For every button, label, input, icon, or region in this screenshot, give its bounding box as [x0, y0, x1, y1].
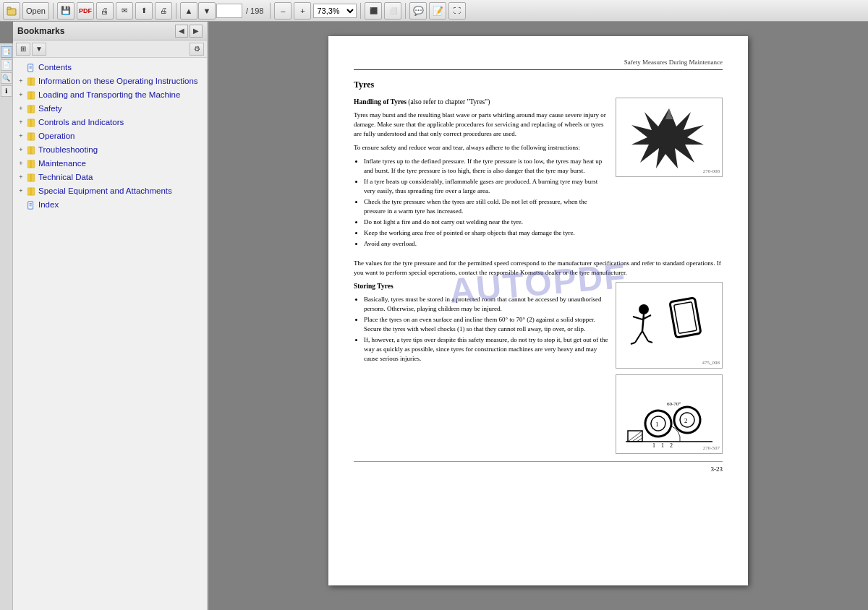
- handling-para2: To ensure safety and reduce wear and tea…: [354, 143, 608, 152]
- export-button[interactable]: ⬆: [135, 2, 153, 20]
- book-icon: [26, 77, 36, 87]
- person-tyre-svg: [622, 289, 716, 361]
- bullet-3: Check the tyre pressure when the tyres a…: [364, 197, 608, 216]
- explosion-svg: [626, 105, 712, 170]
- zoom-out-button[interactable]: –: [274, 2, 292, 20]
- bookmarks-panel: Bookmarks ◀ ▶ ⊞ ▼ ⚙ Conte: [13, 22, 208, 610]
- fullscreen-button[interactable]: ⛶: [448, 2, 466, 20]
- vtab-search[interactable]: 🔍: [1, 72, 12, 84]
- svg-rect-23: [31, 188, 32, 195]
- svg-rect-13: [31, 119, 32, 126]
- main-layout: 📑 📄 🔍 ℹ Bookmarks ◀ ▶ ⊞ ▼ ⚙: [0, 22, 868, 610]
- expand-button[interactable]: ▶: [190, 25, 203, 38]
- subsection1-title: Handling of Tyres (also refer to chapter…: [354, 98, 608, 107]
- bookmarks-toolbar: ⊞ ▼ ⚙: [13, 40, 207, 58]
- svg-rect-17: [31, 147, 32, 154]
- storing-bullet-2: Place the tyres on an even surface and i…: [364, 315, 608, 334]
- bookmark-label: Safety: [38, 103, 204, 114]
- svg-line-36: [635, 331, 642, 343]
- book-icon: [26, 145, 36, 155]
- page-input[interactable]: 49: [216, 4, 242, 18]
- bookmark-loading[interactable]: + Loading and Transporting the Machine: [13, 88, 207, 102]
- bullet-1: Inflate tyres up to the defined pressure…: [364, 157, 608, 176]
- bookmarks-header: Bookmarks ◀ ▶: [13, 22, 207, 40]
- page-footer: 3-23: [354, 461, 723, 474]
- separator: [53, 3, 54, 19]
- tyres-handling-section: Handling of Tyres (also refer to chapter…: [354, 98, 723, 253]
- fit-page-button[interactable]: ⬛: [365, 2, 382, 20]
- bm-expand-all[interactable]: ⊞: [16, 43, 30, 56]
- svg-rect-2: [28, 64, 33, 72]
- vtab-info[interactable]: ℹ: [1, 85, 12, 97]
- svg-line-38: [631, 343, 635, 344]
- separator4: [360, 3, 361, 19]
- bookmark-special[interactable]: + Special Equipment and Attachments: [13, 184, 207, 198]
- separator5: [405, 3, 406, 19]
- book-icon: [26, 186, 36, 197]
- expand-icon: +: [16, 186, 26, 197]
- separator3: [270, 3, 271, 19]
- page-icon: [26, 63, 36, 73]
- print2-button[interactable]: 🖨: [155, 2, 172, 20]
- header-buttons: ◀ ▶: [175, 25, 203, 38]
- zoom-select[interactable]: 73,3% 50% 100% 150%: [313, 4, 357, 18]
- bm-settings[interactable]: ⚙: [190, 43, 204, 56]
- collapse-button[interactable]: ◀: [175, 25, 188, 38]
- bookmark-controls[interactable]: + Controls and Indicators: [13, 116, 207, 129]
- vtab-bookmarks[interactable]: 📑: [1, 46, 12, 58]
- bookmark-label: Controls and Indicators: [38, 117, 204, 128]
- open-label[interactable]: Open: [22, 2, 49, 20]
- open-button[interactable]: [3, 2, 20, 20]
- explosion-image: 270-008: [616, 98, 723, 177]
- bookmark-contents[interactable]: Contents: [13, 61, 207, 74]
- bookmark-label: Troubleshooting: [38, 145, 204, 155]
- bookmarks-title: Bookmarks: [17, 26, 64, 36]
- expand-icon: +: [16, 90, 26, 100]
- svg-text:2: 2: [670, 442, 673, 449]
- fit-width-button[interactable]: ⬜: [384, 2, 401, 20]
- tyre-angle-svg: 1 2 60-70° 1 1 2: [622, 380, 716, 449]
- content-area: AUTOPDF Safety Measures During Maintenan…: [208, 22, 868, 610]
- bookmark-label: Loading and Transporting the Machine: [38, 90, 204, 100]
- bookmark-troubleshooting[interactable]: + Troubleshooting: [13, 143, 207, 157]
- bookmark-index[interactable]: Index: [13, 198, 207, 212]
- save-button[interactable]: 💾: [57, 2, 75, 20]
- bookmark-label: Contents: [38, 62, 204, 73]
- expand-icon: [16, 63, 26, 73]
- svg-line-37: [642, 331, 648, 341]
- svg-text:1: 1: [655, 421, 659, 428]
- storing-section: Storing Tyres Basically, tyres must be s…: [354, 282, 723, 369]
- bookmark-technical[interactable]: + Technical Data: [13, 171, 207, 184]
- book-icon: [26, 173, 36, 183]
- book-icon: [26, 90, 36, 100]
- bookmark-label: Index: [38, 199, 204, 210]
- page-total: / 198: [246, 7, 263, 15]
- page-icon: [26, 200, 36, 210]
- email-button[interactable]: ✉: [116, 2, 133, 20]
- svg-rect-9: [31, 92, 32, 99]
- bookmark-maintenance[interactable]: + Maintenance: [13, 157, 207, 171]
- comment-button[interactable]: 💬: [409, 2, 427, 20]
- bookmark-label: Maintenance: [38, 158, 204, 169]
- pdf-button[interactable]: PDF: [77, 2, 94, 20]
- bookmark-label: Operation: [38, 131, 204, 142]
- bookmark-info[interactable]: + Information on these Operating Instruc…: [13, 74, 207, 88]
- section-title: Tyres: [354, 79, 723, 91]
- vtab-pages[interactable]: 📄: [1, 59, 12, 71]
- book-icon: [26, 132, 36, 142]
- bookmark-safety[interactable]: + Safety: [13, 102, 207, 116]
- bullet-5: Keep the working area free of pointed or…: [364, 228, 608, 238]
- svg-rect-24: [28, 202, 33, 209]
- nav-down-button[interactable]: ▼: [198, 2, 216, 20]
- img1-label: 270-008: [703, 168, 720, 176]
- bookmark-operation[interactable]: + Operation: [13, 129, 207, 143]
- nav-up-button[interactable]: ▲: [180, 2, 197, 20]
- svg-rect-15: [31, 133, 32, 140]
- print-button[interactable]: 🖨: [96, 2, 114, 20]
- svg-line-39: [648, 341, 652, 343]
- bm-options[interactable]: ▼: [32, 43, 46, 56]
- markup-button[interactable]: 📝: [429, 2, 446, 20]
- zoom-in-button[interactable]: +: [294, 2, 311, 20]
- expand-icon: +: [16, 118, 26, 128]
- svg-point-32: [639, 304, 649, 314]
